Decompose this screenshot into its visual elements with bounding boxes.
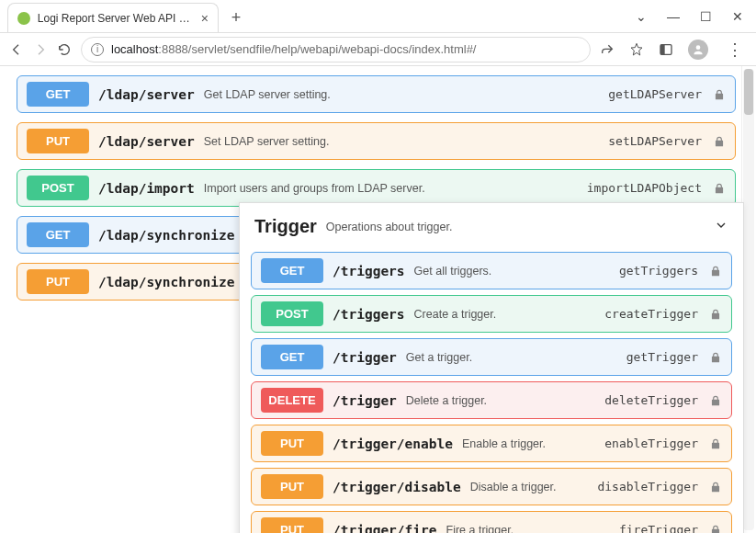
operation-id: disableTrigger bbox=[597, 480, 698, 493]
api-path: /ldap/server bbox=[98, 87, 195, 102]
http-method-badge: GET bbox=[27, 222, 89, 247]
maximize-button[interactable]: ☐ bbox=[700, 9, 712, 24]
lock-icon[interactable] bbox=[713, 88, 726, 101]
api-operation-row[interactable]: GET/ldap/serverGet LDAP server setting.g… bbox=[17, 75, 736, 113]
api-path: /ldap/import bbox=[98, 181, 195, 196]
browser-tab[interactable]: Logi Report Server Web API Doc × bbox=[7, 3, 219, 32]
scrollbar-thumb[interactable] bbox=[744, 69, 753, 115]
reload-button[interactable] bbox=[57, 42, 72, 57]
group-operations-list: GET/triggersGet all triggers.getTriggers… bbox=[247, 252, 736, 533]
api-description: Delete a trigger. bbox=[406, 394, 487, 407]
api-path: /ldap/synchronize bbox=[98, 275, 234, 289]
http-method-badge: PUT bbox=[27, 129, 89, 153]
lock-icon[interactable] bbox=[709, 481, 722, 493]
window-controls: ⌄ — ☐ ✕ bbox=[623, 0, 756, 32]
close-window-button[interactable]: ✕ bbox=[732, 9, 743, 24]
browser-titlebar: Logi Report Server Web API Doc × + ⌄ — ☐… bbox=[0, 0, 756, 33]
operation-id: importLDAPObject bbox=[587, 181, 702, 195]
scrollbar-track[interactable] bbox=[743, 69, 754, 530]
lock-icon[interactable] bbox=[709, 265, 722, 278]
api-operation-row[interactable]: GET/triggersGet all triggers.getTriggers bbox=[251, 252, 732, 289]
api-description: Fire a trigger. bbox=[446, 524, 514, 534]
operation-id: fireTrigger bbox=[619, 523, 698, 533]
http-method-badge: PUT bbox=[27, 269, 89, 294]
group-subtitle: Operations about trigger. bbox=[326, 221, 453, 233]
operation-id: getTrigger bbox=[626, 350, 698, 364]
api-description: Enable a trigger. bbox=[462, 437, 546, 450]
lock-icon[interactable] bbox=[709, 351, 722, 364]
operation-id: enableTrigger bbox=[604, 437, 698, 450]
api-operation-row[interactable]: DELETE/triggerDelete a trigger.deleteTri… bbox=[251, 381, 732, 419]
lock-icon[interactable] bbox=[709, 524, 722, 534]
close-icon[interactable]: × bbox=[201, 11, 209, 26]
api-path: /triggers bbox=[333, 264, 405, 278]
bookmark-icon[interactable] bbox=[629, 42, 644, 57]
lock-icon[interactable] bbox=[709, 437, 722, 450]
side-panel-icon[interactable] bbox=[659, 42, 673, 57]
http-method-badge: PUT bbox=[261, 474, 323, 499]
share-icon[interactable] bbox=[600, 42, 615, 57]
chevron-down-icon[interactable]: ⌄ bbox=[636, 9, 647, 24]
api-operation-row[interactable]: POST/triggersCreate a trigger.createTrig… bbox=[251, 295, 732, 333]
lock-icon[interactable] bbox=[709, 308, 722, 321]
page-content: GET/ldap/serverGet LDAP server setting.g… bbox=[0, 66, 756, 533]
lock-icon[interactable] bbox=[713, 182, 726, 195]
api-path: /trigger/fire bbox=[333, 523, 437, 534]
api-operation-row[interactable]: PUT/trigger/fireFire a trigger.fireTrigg… bbox=[251, 511, 732, 533]
http-method-badge: PUT bbox=[261, 517, 323, 533]
api-operation-row[interactable]: GET/triggerGet a trigger.getTrigger bbox=[251, 338, 732, 376]
api-operation-row[interactable]: PUT/trigger/disableDisable a trigger.dis… bbox=[251, 468, 732, 505]
new-tab-button[interactable]: + bbox=[224, 6, 248, 29]
api-description: Create a trigger. bbox=[414, 308, 497, 321]
api-path: /trigger bbox=[333, 393, 397, 408]
operation-id: getLDAPServer bbox=[608, 87, 702, 101]
api-path: /trigger bbox=[333, 350, 397, 365]
api-description: Disable a trigger. bbox=[470, 481, 557, 493]
tab-favicon bbox=[17, 12, 30, 25]
api-path: /ldap/server bbox=[98, 134, 195, 149]
url-text: localhost:8888/servlet/sendfile/help/web… bbox=[111, 42, 476, 56]
api-description: Set LDAP server setting. bbox=[204, 135, 330, 148]
group-title: Trigger bbox=[254, 216, 317, 237]
back-button[interactable] bbox=[9, 42, 24, 57]
tab-title: Logi Report Server Web API Doc bbox=[38, 12, 194, 25]
profile-avatar[interactable] bbox=[688, 40, 708, 60]
lock-icon[interactable] bbox=[713, 135, 726, 148]
api-description: Import users and groups from LDAP server… bbox=[204, 182, 425, 195]
api-path: /trigger/disable bbox=[333, 480, 461, 494]
http-method-badge: POST bbox=[27, 176, 89, 200]
lock-icon[interactable] bbox=[709, 394, 722, 407]
http-method-badge: DELETE bbox=[261, 388, 323, 413]
api-path: /trigger/enable bbox=[333, 437, 453, 451]
site-info-icon[interactable]: i bbox=[91, 43, 104, 56]
http-method-badge: POST bbox=[261, 301, 323, 326]
browser-toolbar: i localhost:8888/servlet/sendfile/help/w… bbox=[0, 33, 756, 66]
api-description: Get LDAP server setting. bbox=[204, 88, 331, 101]
http-method-badge: PUT bbox=[261, 431, 323, 456]
http-method-badge: GET bbox=[261, 345, 323, 369]
group-header[interactable]: Trigger Operations about trigger. bbox=[247, 210, 736, 246]
api-description: Get all triggers. bbox=[414, 265, 492, 278]
operation-id: getTriggers bbox=[619, 264, 698, 278]
address-bar[interactable]: i localhost:8888/servlet/sendfile/help/w… bbox=[81, 37, 591, 62]
api-operation-row[interactable]: POST/ldap/importImport users and groups … bbox=[17, 169, 736, 207]
trigger-group-panel: Trigger Operations about trigger. GET/tr… bbox=[239, 202, 744, 533]
api-path: /ldap/synchronize bbox=[98, 228, 234, 243]
minimize-button[interactable]: — bbox=[667, 9, 680, 24]
chevron-down-icon[interactable] bbox=[714, 218, 728, 236]
svg-point-2 bbox=[696, 45, 701, 50]
operation-id: setLDAPServer bbox=[608, 134, 702, 148]
operation-id: deleteTrigger bbox=[604, 393, 698, 407]
api-operation-row[interactable]: PUT/ldap/serverSet LDAP server setting.s… bbox=[17, 122, 736, 160]
http-method-badge: GET bbox=[261, 258, 323, 283]
forward-button[interactable] bbox=[33, 42, 48, 57]
operation-id: createTrigger bbox=[604, 307, 698, 321]
http-method-badge: GET bbox=[27, 82, 89, 107]
api-operation-row[interactable]: PUT/trigger/enableEnable a trigger.enabl… bbox=[251, 425, 732, 462]
svg-rect-1 bbox=[660, 44, 665, 54]
browser-menu-button[interactable]: ⋮ bbox=[723, 40, 747, 60]
api-path: /triggers bbox=[333, 307, 405, 322]
api-description: Get a trigger. bbox=[406, 351, 472, 364]
